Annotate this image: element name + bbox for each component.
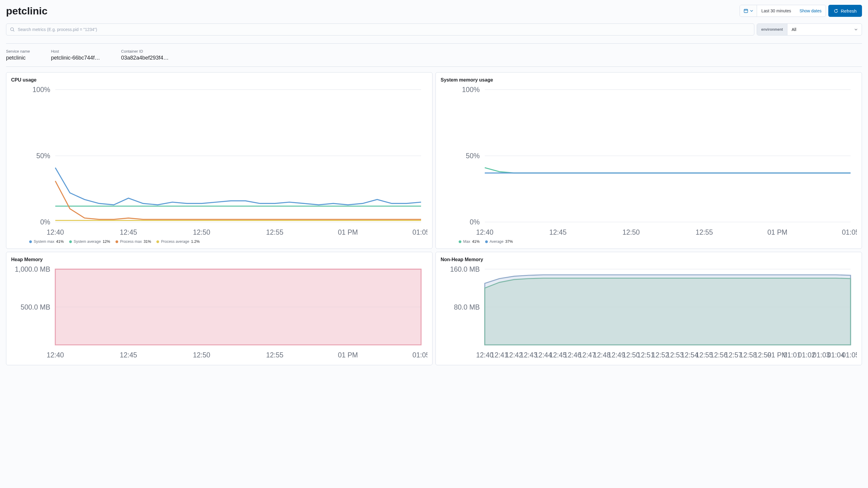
legend-item[interactable]: Max 41%: [459, 240, 480, 244]
environment-filter-selected: All: [792, 27, 797, 32]
chart-cpu-usage: CPU usage 0%50%100%12:4012:4512:5012:550…: [6, 72, 433, 249]
chart-system-memory: System memory usage 0%50%100%12:4012:451…: [435, 72, 862, 249]
svg-text:01:05: 01:05: [842, 228, 857, 236]
environment-filter[interactable]: environment All: [757, 24, 862, 35]
meta-value: petclinic-66bc744f…: [51, 55, 100, 61]
legend-value: 37%: [505, 240, 513, 244]
meta-value: 03a82a4bef293f4…: [121, 55, 169, 61]
svg-text:500.0 MB: 500.0 MB: [21, 303, 50, 311]
chart-plot-area[interactable]: 500.0 MB1,000.0 MB12:4012:4512:5012:5501…: [11, 265, 427, 360]
search-input[interactable]: [18, 27, 750, 32]
legend-dot: [459, 240, 461, 243]
svg-text:01 PM: 01 PM: [767, 228, 787, 236]
chart-svg: 0%50%100%12:4012:4512:5012:5501 PM01:05: [441, 86, 857, 237]
svg-text:100%: 100%: [32, 86, 50, 94]
svg-text:01 PM: 01 PM: [338, 351, 358, 359]
chart-plot-area[interactable]: 0%50%100%12:4012:4512:5012:5501 PM01:05: [441, 86, 857, 237]
date-range-label[interactable]: Last 30 minutes: [757, 5, 795, 17]
chart-svg: 0%50%100%12:4012:4512:5012:5501 PM01:05: [11, 86, 427, 237]
svg-text:80.0 MB: 80.0 MB: [454, 303, 480, 311]
meta-value: petclinic: [6, 55, 30, 61]
legend-dot: [485, 240, 488, 243]
svg-text:12:45: 12:45: [120, 228, 137, 236]
legend-dot: [156, 240, 159, 243]
svg-text:12:40: 12:40: [476, 228, 494, 236]
svg-text:50%: 50%: [466, 152, 480, 160]
meta-host: Host petclinic-66bc744f…: [51, 49, 100, 61]
date-range-picker[interactable]: Last 30 minutes Show dates: [740, 5, 826, 17]
legend-value: 12%: [102, 240, 110, 244]
svg-text:01 PM: 01 PM: [338, 228, 358, 236]
legend-name: System max: [34, 240, 55, 244]
svg-text:0%: 0%: [470, 218, 480, 226]
search-icon: [10, 27, 15, 32]
chart-title: Heap Memory: [11, 257, 427, 262]
legend-item[interactable]: Process max 31%: [116, 240, 151, 244]
refresh-button-label: Refresh: [841, 8, 857, 13]
legend-name: Max: [463, 240, 470, 244]
svg-text:100%: 100%: [462, 86, 480, 94]
legend-item[interactable]: System average 12%: [69, 240, 110, 244]
legend-value: 41%: [56, 240, 64, 244]
svg-text:01:05: 01:05: [842, 351, 857, 359]
calendar-button[interactable]: [740, 5, 757, 17]
chart-svg: 500.0 MB1,000.0 MB12:4012:4512:5012:5501…: [11, 265, 427, 360]
meta-label: Service name: [6, 49, 30, 54]
refresh-icon: [834, 9, 838, 13]
chart-title: CPU usage: [11, 77, 427, 83]
chevron-down-icon: [750, 9, 753, 12]
svg-text:12:40: 12:40: [46, 351, 64, 359]
legend-name: Average: [490, 240, 503, 244]
legend-item[interactable]: System max 41%: [29, 240, 64, 244]
legend-item[interactable]: Average 37%: [485, 240, 513, 244]
meta-container-id: Container ID 03a82a4bef293f4…: [121, 49, 169, 61]
environment-filter-value[interactable]: All: [787, 24, 862, 35]
svg-text:12:50: 12:50: [193, 351, 210, 359]
show-dates-link[interactable]: Show dates: [795, 5, 826, 17]
chart-heap-memory: Heap Memory 500.0 MB1,000.0 MB12:4012:45…: [6, 252, 433, 365]
chart-title: Non-Heap Memory: [441, 257, 857, 262]
chart-legend: Max 41% Average 37%: [441, 237, 857, 244]
chart-plot-area[interactable]: 80.0 MB160.0 MB12:4012:4112:4212:4312:44…: [441, 265, 857, 360]
chart-svg: 80.0 MB160.0 MB12:4012:4112:4212:4312:44…: [441, 265, 857, 360]
svg-rect-0: [744, 9, 748, 12]
legend-name: Process average: [161, 240, 189, 244]
legend-value: 31%: [144, 240, 151, 244]
chart-title: System memory usage: [441, 77, 857, 83]
chart-non-heap-memory: Non-Heap Memory 80.0 MB160.0 MB12:4012:4…: [435, 252, 862, 365]
svg-text:12:55: 12:55: [266, 351, 284, 359]
legend-name: Process max: [120, 240, 142, 244]
legend-value: 1.2%: [191, 240, 200, 244]
svg-text:1,000.0 MB: 1,000.0 MB: [15, 265, 50, 273]
svg-text:12:55: 12:55: [266, 228, 284, 236]
page-title: petclinic: [6, 5, 48, 17]
search-box[interactable]: [6, 24, 754, 35]
chart-legend: System max 41% System average 12% Proces…: [11, 237, 427, 244]
legend-name: System average: [74, 240, 101, 244]
svg-text:01:05: 01:05: [412, 228, 427, 236]
legend-item[interactable]: Process average 1.2%: [156, 240, 199, 244]
refresh-button[interactable]: Refresh: [828, 5, 862, 17]
svg-text:12:45: 12:45: [120, 351, 137, 359]
divider: [6, 66, 862, 67]
svg-text:0%: 0%: [40, 218, 50, 226]
chart-plot-area[interactable]: 0%50%100%12:4012:4512:5012:5501 PM01:05: [11, 86, 427, 237]
svg-text:50%: 50%: [36, 152, 50, 160]
meta-service-name: Service name petclinic: [6, 49, 30, 61]
legend-dot: [69, 240, 72, 243]
svg-text:12:50: 12:50: [622, 228, 640, 236]
svg-text:160.0 MB: 160.0 MB: [450, 265, 480, 273]
meta-label: Container ID: [121, 49, 169, 54]
svg-text:12:45: 12:45: [549, 228, 567, 236]
environment-filter-label: environment: [757, 24, 787, 35]
legend-value: 41%: [472, 240, 480, 244]
svg-text:12:55: 12:55: [696, 228, 713, 236]
legend-dot: [116, 240, 118, 243]
svg-text:01:05: 01:05: [412, 351, 427, 359]
svg-text:12:40: 12:40: [46, 228, 64, 236]
svg-text:12:50: 12:50: [193, 228, 210, 236]
legend-dot: [29, 240, 32, 243]
svg-line-5: [13, 30, 14, 31]
meta-label: Host: [51, 49, 100, 54]
calendar-icon: [743, 8, 748, 13]
